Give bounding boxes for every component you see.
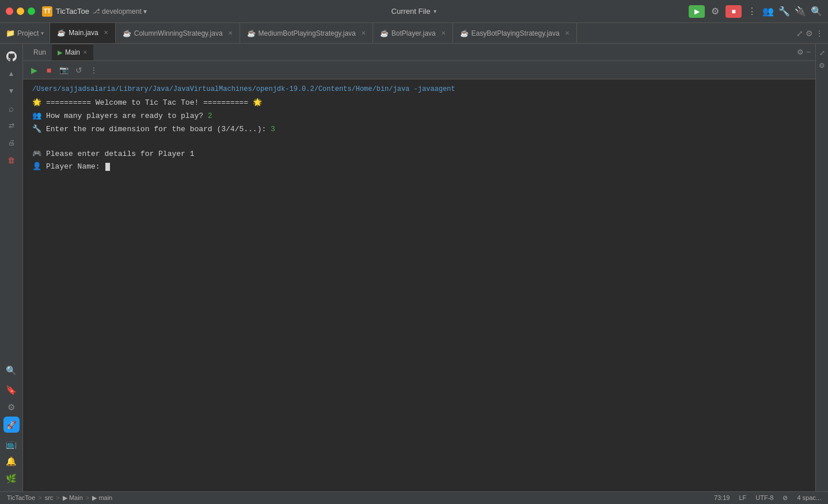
terminal-icon[interactable]: 📺: [3, 436, 20, 452]
run-tab-run-label: Run: [33, 48, 46, 56]
delete-icon[interactable]: 🗑: [3, 152, 20, 168]
console-line-player-name: 👤 Player Name:: [32, 161, 806, 173]
gamepad-emoji: 🎮: [32, 148, 41, 161]
bookmark-icon[interactable]: 🔖: [3, 382, 20, 398]
person-emoji: 👤: [32, 161, 41, 173]
breadcrumb-main[interactable]: Main: [69, 494, 83, 501]
screenshot-button[interactable]: 📷: [58, 64, 70, 77]
java-file-icon-5: ☕: [460, 29, 469, 37]
close-button[interactable]: [6, 7, 13, 15]
title-bar: TT TicTacToe ⎇ development ▾ Current Fil…: [0, 0, 828, 23]
console-output[interactable]: /Users/sajjadsalaria/Library/Java/JavaVi…: [23, 79, 815, 491]
breadcrumb-src[interactable]: src: [45, 494, 54, 501]
project-label: Project: [17, 29, 39, 37]
console-path-line: /Users/sajjadsalaria/Library/Java/JavaVi…: [32, 84, 806, 95]
cursor-blink: [105, 163, 110, 171]
print-icon[interactable]: 🖨: [3, 135, 20, 151]
run-panel: Run ▶ Main ✕ ⚙ − ▶ ■ 📷 ↺ ⋮ /Users/sajjad…: [23, 44, 815, 491]
expand-icon[interactable]: ⤢: [796, 29, 803, 38]
cursor-position[interactable]: 73:19: [714, 494, 730, 502]
tab-easy-bot-close[interactable]: ✕: [565, 30, 569, 36]
search-icon[interactable]: 🔍: [811, 6, 822, 17]
indentation[interactable]: 4 spac...: [797, 494, 821, 502]
app-name: TicTacToe: [56, 7, 89, 16]
tab-main-java-label: Main.java: [69, 29, 98, 37]
star-emoji: 🌟: [32, 97, 41, 109]
tab-easy-bot[interactable]: ☕ EasyBotPlayingStrategy.java ✕: [453, 23, 577, 43]
notification-icon[interactable]: 🔔: [3, 453, 20, 469]
breadcrumb-project[interactable]: TicTacToe: [7, 494, 35, 501]
app-icon: TT: [42, 6, 52, 17]
right-sidebar-icon-1[interactable]: ⤢: [818, 48, 827, 58]
console-line-welcome: 🌟 ========== Welcome to Tic Tac Toe! ===…: [32, 97, 806, 109]
java-file-icon-3: ☕: [247, 29, 256, 37]
maximize-button[interactable]: [28, 7, 35, 15]
current-file-label: Current File: [392, 7, 431, 16]
tab-main-java-close[interactable]: ✕: [104, 29, 108, 36]
plugins-icon[interactable]: 🔌: [795, 6, 806, 17]
run-panel-settings-icon[interactable]: ⚙: [797, 48, 804, 56]
minimize-button[interactable]: [17, 7, 24, 15]
gear-icon[interactable]: ⚙: [3, 399, 20, 415]
find-icon[interactable]: 🔍: [3, 362, 20, 379]
restart-button[interactable]: ↺: [73, 64, 85, 77]
stop-button[interactable]: ■: [726, 5, 742, 18]
tab-more-icon[interactable]: ⋮: [815, 29, 823, 38]
console-line-dimension: 🔧 Enter the row dimension for the board …: [32, 124, 806, 136]
tab-bot-player-label: BotPlayer.java: [392, 29, 436, 37]
breadcrumb-method[interactable]: main: [98, 494, 112, 501]
run-tab-main-close[interactable]: ✕: [83, 49, 88, 55]
tab-easy-bot-label: EasyBotPlayingStrategy.java: [472, 29, 560, 37]
run-toolbar: ▶ ■ 📷 ↺ ⋮: [23, 61, 815, 79]
line-ending[interactable]: LF: [739, 494, 746, 502]
run-tab-main-icon: ▶: [58, 49, 62, 56]
tab-bot-player[interactable]: ☕ BotPlayer.java ✕: [373, 23, 453, 43]
console-empty-line: [32, 137, 806, 147]
right-sidebar-icon-2[interactable]: ⚙: [818, 61, 827, 70]
tab-column-winning-close[interactable]: ✕: [228, 30, 233, 36]
resume-button[interactable]: ▶: [28, 64, 40, 77]
search-left-icon[interactable]: ⌕: [3, 100, 20, 116]
run-tab-run[interactable]: Run: [28, 44, 52, 60]
branch-icon[interactable]: 🌿: [3, 471, 20, 487]
left-sidebar: ▲ ▼ ⌕ ⇄ 🖨 🗑 🔍 🔖 ⚙ 🚀 📺 🔔 🌿: [0, 44, 23, 491]
welcome-text: ========== Welcome to Tic Tac Toe! =====…: [46, 97, 262, 109]
run-button[interactable]: ▶: [689, 5, 705, 18]
bom-icon: ⊘: [783, 494, 788, 502]
current-file-chevron[interactable]: ▾: [434, 8, 436, 14]
breadcrumb-main-icon2: ▶: [92, 494, 97, 501]
breadcrumb: TicTacToe > src > ▶ Main > ▶ main: [7, 494, 112, 502]
project-tab[interactable]: 📁 Project ▾: [0, 23, 50, 43]
run-panel-collapse-icon[interactable]: −: [806, 48, 811, 56]
tab-bot-player-close[interactable]: ✕: [441, 30, 446, 36]
scroll-up-icon[interactable]: ▲: [3, 66, 20, 82]
tab-medium-bot-close[interactable]: ✕: [361, 30, 366, 36]
run-tab-main-label: Main: [65, 48, 80, 56]
status-right: 73:19 LF UTF-8 ⊘ 4 spac...: [714, 494, 821, 502]
run-tab-main[interactable]: ▶ Main ✕: [52, 44, 93, 60]
tools-icon[interactable]: 🔧: [778, 6, 790, 17]
encoding[interactable]: UTF-8: [755, 494, 773, 502]
github-icon[interactable]: [3, 48, 20, 64]
title-center: Current File ▾: [392, 7, 437, 16]
settings-gear-icon[interactable]: ⚙: [806, 29, 813, 38]
project-folder-icon: 📁: [6, 29, 15, 37]
more-run-button[interactable]: ⋮: [88, 64, 100, 77]
diff-icon[interactable]: ⇄: [3, 117, 20, 133]
players-text: How many players are ready to play? 2: [46, 110, 212, 123]
deploy-icon[interactable]: 🚀: [3, 417, 20, 433]
console-line-players: 👥 How many players are ready to play? 2: [32, 110, 806, 123]
more-icon[interactable]: ⋮: [746, 6, 758, 17]
people-icon[interactable]: 👥: [762, 6, 774, 17]
branch-name: development: [102, 7, 142, 16]
tab-column-winning[interactable]: ☕ ColumnWinningStrategy.java ✕: [116, 23, 240, 43]
project-chevron[interactable]: ▾: [41, 30, 44, 36]
title-right: ▶ ⚙ ■ ⋮ 👥 🔧 🔌 🔍: [689, 5, 822, 18]
tab-medium-bot[interactable]: ☕ MediumBotPlayingStrategy.java ✕: [240, 23, 373, 43]
scroll-down-icon[interactable]: ▼: [3, 83, 20, 99]
tab-main-java[interactable]: ☕ Main.java ✕: [50, 23, 115, 43]
branch-indicator[interactable]: ⎇ development ▾: [93, 7, 147, 16]
settings-icon[interactable]: ⚙: [709, 6, 721, 17]
stop-run-button[interactable]: ■: [43, 64, 55, 77]
tab-medium-bot-label: MediumBotPlayingStrategy.java: [259, 29, 356, 37]
